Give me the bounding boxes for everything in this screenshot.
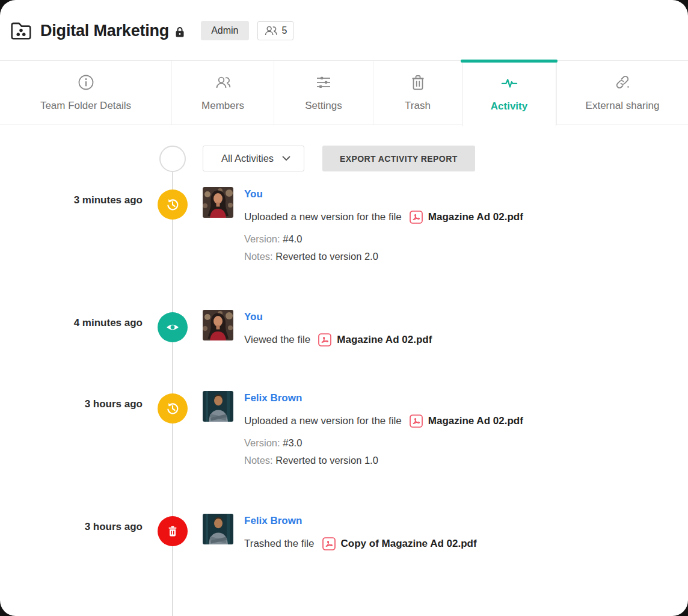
tab-trash[interactable]: Trash — [373, 61, 462, 125]
notes-value: Reverted to version 1.0 — [275, 455, 378, 466]
notes-label: Notes: — [244, 455, 273, 466]
action-text: Viewed the file — [244, 334, 310, 346]
avatar — [203, 310, 233, 340]
trash-icon — [410, 74, 426, 91]
actor-link[interactable]: You — [244, 311, 263, 323]
avatar — [203, 391, 233, 422]
team-folder-icon — [10, 19, 32, 42]
file-name[interactable]: Magazine Ad 02.pdf — [337, 334, 432, 346]
restore-version-icon — [158, 393, 188, 424]
chevron-down-icon — [282, 156, 290, 161]
version-label: Version: — [244, 233, 280, 244]
version-meta: Version: #4.0 Notes: Reverted to version… — [244, 230, 523, 265]
version-meta: Version: #3.0 Notes: Reverted to version… — [244, 434, 523, 469]
role-badge: Admin — [201, 21, 248, 40]
tab-label: Members — [201, 100, 244, 112]
activity-filter-dropdown[interactable]: All Activities — [203, 146, 304, 171]
members-icon — [215, 74, 232, 91]
pdf-file-icon — [322, 537, 336, 550]
header: Digital Marketing Admin 5 — [0, 0, 688, 60]
pulse-icon — [501, 75, 518, 91]
member-count: 5 — [282, 25, 287, 36]
avatar — [203, 187, 233, 218]
info-icon — [78, 74, 94, 91]
actor-link[interactable]: You — [244, 188, 263, 200]
version-value: #4.0 — [283, 233, 302, 244]
lock-icon — [175, 26, 185, 37]
file-name[interactable]: Magazine Ad 02.pdf — [428, 211, 523, 223]
restore-version-icon — [158, 189, 188, 220]
tab-external-sharing[interactable]: External sharing — [556, 61, 688, 125]
actor-link[interactable]: Felix Brown — [244, 515, 302, 527]
toolbar: All Activities EXPORT ACTIVITY REPORT — [0, 146, 688, 172]
pdf-file-icon — [410, 414, 423, 428]
timeline-start-dot — [159, 146, 186, 172]
actor-link[interactable]: Felix Brown — [244, 392, 302, 404]
action-text: Trashed the file — [244, 538, 315, 550]
activity-entry: 3 hours ago — [0, 391, 688, 469]
tab-team-folder-details[interactable]: Team Folder Details — [0, 61, 171, 125]
pdf-file-icon — [410, 211, 423, 224]
eye-icon — [158, 312, 188, 342]
activity-time: 3 minutes ago — [0, 187, 143, 209]
version-value: #3.0 — [283, 437, 302, 448]
version-label: Version: — [244, 437, 280, 448]
activity-time: 3 hours ago — [0, 391, 143, 413]
member-count-button[interactable]: 5 — [257, 21, 294, 40]
tab-settings[interactable]: Settings — [274, 61, 373, 125]
tab-label: External sharing — [586, 100, 660, 112]
notes-label: Notes: — [244, 251, 273, 262]
tab-members[interactable]: Members — [171, 61, 274, 125]
tab-label: Trash — [405, 100, 431, 112]
filter-value: All Activities — [221, 153, 274, 164]
activity-entry: 4 minutes ago — [0, 310, 688, 346]
page-title: Digital Marketing — [40, 22, 169, 40]
activity-timeline: All Activities EXPORT ACTIVITY REPORT 3 … — [0, 125, 688, 550]
export-activity-report-button[interactable]: EXPORT ACTIVITY REPORT — [322, 146, 475, 171]
action-text: Uploaded a new version for the file — [244, 415, 402, 427]
trash-icon — [158, 516, 188, 546]
tab-label: Activity — [491, 100, 527, 112]
file-name[interactable]: Copy of Magazine Ad 02.pdf — [341, 538, 477, 550]
tab-activity[interactable]: Activity — [462, 61, 556, 126]
team-folder-window: Digital Marketing Admin 5 Team Folder — [0, 0, 688, 616]
link-icon — [614, 74, 631, 91]
activity-time: 4 minutes ago — [0, 310, 143, 331]
notes-value: Reverted to version 2.0 — [275, 251, 378, 262]
sliders-icon — [315, 74, 332, 91]
avatar — [203, 514, 233, 544]
pdf-file-icon — [318, 333, 331, 346]
activity-entry: 3 hours ago — [0, 514, 688, 550]
members-icon — [264, 25, 278, 36]
tab-label: Team Folder Details — [40, 100, 131, 112]
tab-label: Settings — [305, 100, 342, 112]
tab-bar: Team Folder Details Members Settings — [0, 60, 688, 125]
activity-entry: 3 minutes ago — [0, 187, 688, 265]
file-name[interactable]: Magazine Ad 02.pdf — [428, 415, 523, 427]
action-text: Uploaded a new version for the file — [244, 211, 402, 223]
activity-time: 3 hours ago — [0, 514, 143, 535]
